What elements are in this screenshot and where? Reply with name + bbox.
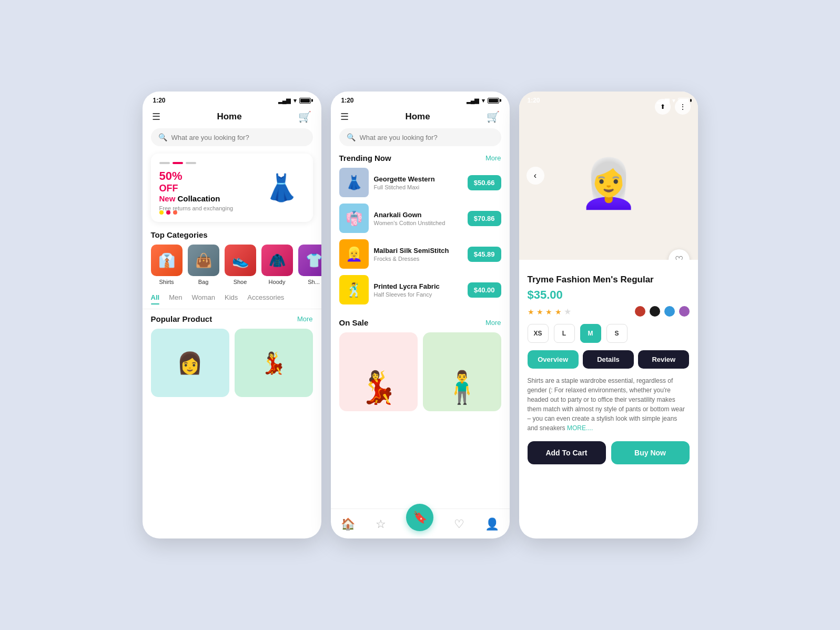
color-blue[interactable]: [664, 306, 675, 317]
screens-container: 1:20 ▂▄▆ ▾ ☰ Home 🛒 🔍: [143, 92, 698, 538]
product-card-2[interactable]: 💃: [235, 329, 313, 397]
search-input-1[interactable]: [171, 134, 306, 141]
description-more[interactable]: MORE....: [567, 424, 593, 432]
back-button[interactable]: ‹: [527, 167, 544, 185]
size-m[interactable]: M: [580, 324, 601, 343]
top-categories-title: Top Categories: [151, 230, 208, 239]
tab-overview[interactable]: Overview: [528, 350, 579, 369]
on-sale-title: On Sale: [339, 318, 369, 327]
trending-item-1[interactable]: 👗 Georgette Western Full Stitched Maxi $…: [339, 168, 501, 197]
trending-title: Trending Now: [339, 154, 391, 162]
buy-now-button[interactable]: Buy Now: [611, 441, 690, 464]
size-l[interactable]: L: [554, 324, 575, 343]
banner-dot-2: [173, 162, 183, 164]
banner-accent-dots: [159, 210, 177, 215]
accent-dot-1: [159, 210, 164, 215]
cart-icon-2[interactable]: 🛒: [487, 110, 500, 123]
status-indicators-1: ▂▄▆ ▾: [278, 97, 311, 104]
on-sale-more[interactable]: More: [485, 319, 501, 327]
trending-more[interactable]: More: [485, 154, 501, 162]
category-label-hoody: Hoody: [269, 279, 286, 285]
filter-men[interactable]: Men: [169, 293, 182, 304]
top-categories-header: Top Categories: [143, 230, 321, 245]
battery-icon: [299, 98, 311, 104]
signal-icon-2: ▂▄▆: [467, 97, 479, 104]
category-hoody[interactable]: 🧥 Hoody: [261, 245, 293, 285]
trending-thumb-4: 🕺: [339, 275, 369, 304]
categories-row: 👔 Shirts 👜 Bag 👟 Shoe 🧥 Hoody 👕 Sh...: [143, 245, 321, 293]
accent-dot-2: [166, 210, 170, 215]
trending-price-4[interactable]: $40.00: [468, 282, 501, 298]
size-xs[interactable]: XS: [528, 324, 549, 343]
color-black[interactable]: [650, 306, 660, 317]
menu-icon[interactable]: ☰: [152, 111, 160, 123]
trending-name-3: Malbari Silk SemiStitch: [374, 247, 462, 255]
trending-item-3[interactable]: 👱‍♀️ Malbari Silk SemiStitch Frocks & Dr…: [339, 239, 501, 269]
nav-title-2: Home: [405, 111, 430, 122]
category-label-shoe: Shoe: [234, 279, 247, 285]
trending-item-2[interactable]: 👘 Anarkali Gown Women's Cotton Unstitche…: [339, 204, 501, 233]
category-label-bag: Bag: [198, 279, 209, 285]
color-purple[interactable]: [679, 306, 690, 317]
add-to-cart-button[interactable]: Add To Cart: [528, 441, 606, 464]
nav-profile[interactable]: 👤: [485, 517, 499, 531]
banner-dot-3: [186, 162, 196, 164]
trending-thumb-1: 👗: [339, 168, 369, 197]
battery-icon-2: [488, 98, 499, 104]
nav-bookmark-fab[interactable]: 🔖: [406, 504, 433, 531]
banner-collection: Collacation: [178, 194, 220, 203]
battery-fill: [300, 99, 310, 103]
star-5: ★: [564, 307, 571, 316]
trending-item-4[interactable]: 🕺 Printed Lycra Fabric Half Sleeves for …: [339, 275, 501, 304]
category-img-bag: 👜: [188, 245, 219, 276]
category-bag[interactable]: 👜 Bag: [188, 245, 219, 285]
screen-3: 1:20 ▂▄▆ ▾ ‹ ⬆ ⋮ 👩‍🦳 ♡: [519, 92, 698, 538]
trending-price-1[interactable]: $50.66: [468, 175, 501, 190]
filter-woman[interactable]: Woman: [191, 293, 215, 304]
trending-price-2[interactable]: $70.86: [468, 211, 501, 226]
search-bar-1[interactable]: 🔍: [151, 128, 313, 146]
menu-icon-2[interactable]: ☰: [340, 111, 349, 123]
filter-kids[interactable]: Kids: [225, 293, 238, 304]
product-card-1[interactable]: 👩: [151, 329, 229, 397]
trending-sub-3: Frocks & Dresses: [374, 256, 462, 262]
category-img-shoe: 👟: [225, 245, 256, 276]
star-4: ★: [555, 308, 562, 316]
category-img-shirts: 👔: [151, 245, 183, 276]
cta-row: Add To Cart Buy Now: [528, 441, 690, 464]
category-img-extra: 👕: [298, 245, 321, 276]
category-extra[interactable]: 👕 Sh...: [298, 245, 321, 285]
color-red[interactable]: [635, 306, 645, 317]
nav-bar-2: ☰ Home 🛒: [331, 107, 510, 128]
wishlist-heart-button[interactable]: ♡: [669, 249, 690, 260]
tab-review[interactable]: Review: [638, 350, 689, 369]
cart-icon-1[interactable]: 🛒: [298, 110, 311, 123]
trending-thumb-2: 👘: [339, 204, 369, 233]
star-rating: ★ ★ ★ ★ ★: [528, 307, 572, 317]
nav-title-1: Home: [217, 111, 241, 122]
wifi-icon-2: ▾: [482, 97, 485, 104]
tab-details[interactable]: Details: [583, 350, 634, 369]
sale-card-2[interactable]: 🧍‍♂️: [423, 332, 501, 411]
trending-price-3[interactable]: $45.89: [468, 247, 501, 262]
popular-more[interactable]: More: [297, 315, 313, 323]
category-shoe[interactable]: 👟 Shoe: [225, 245, 256, 285]
product-title: Tryme Fashion Men's Regular: [528, 275, 690, 285]
nav-favorites[interactable]: ☆: [376, 517, 386, 531]
nav-home[interactable]: 🏠: [341, 517, 355, 531]
product-detail-content: Tryme Fashion Men's Regular $35.00 ★ ★ ★…: [519, 260, 698, 473]
nav-wishlist[interactable]: ♡: [454, 517, 464, 531]
size-s[interactable]: S: [606, 324, 628, 343]
sale-card-1[interactable]: 💃: [339, 332, 418, 411]
trending-info-1: Georgette Western Full Stitched Maxi: [374, 175, 462, 190]
banner-dot-1: [159, 162, 170, 164]
filter-accessories[interactable]: Accessories: [247, 293, 284, 304]
trending-sub-1: Full Stitched Maxi: [374, 184, 462, 190]
category-shirts[interactable]: 👔 Shirts: [151, 245, 183, 285]
filter-all[interactable]: All: [151, 293, 160, 304]
search-bar-2[interactable]: 🔍: [339, 128, 501, 146]
signal-icon-3: ▂▄▆: [657, 97, 670, 104]
search-icon-1: 🔍: [158, 133, 167, 141]
accent-dot-3: [173, 210, 177, 215]
search-input-2[interactable]: [360, 134, 494, 141]
